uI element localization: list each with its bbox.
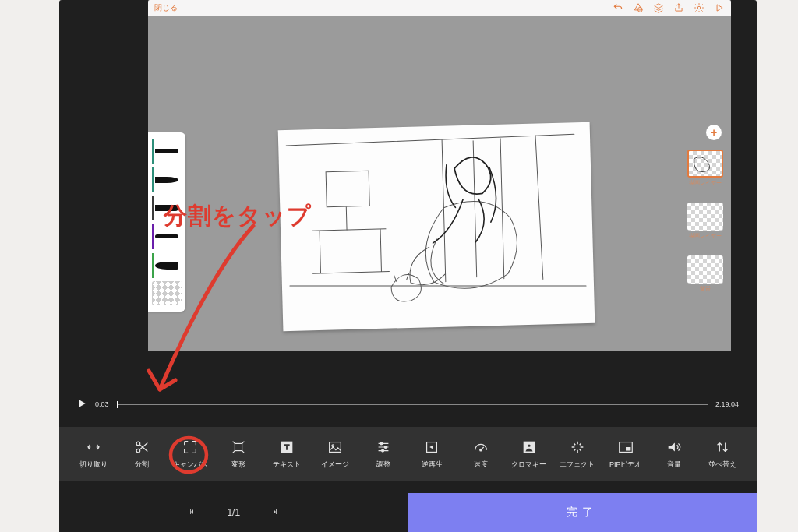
tool-split[interactable]: 分割 [122, 439, 162, 470]
undo-icon[interactable] [613, 2, 623, 13]
tool-volume[interactable]: 音量 [654, 439, 694, 470]
svg-point-8 [380, 442, 383, 445]
text-icon [278, 439, 295, 456]
svg-point-2 [136, 449, 140, 453]
next-page-button[interactable] [270, 507, 279, 519]
brush-1[interactable] [152, 139, 182, 163]
reverse-icon [423, 439, 440, 456]
reorder-icon [714, 439, 731, 456]
tool-speed[interactable]: 速度 [461, 439, 501, 470]
volume-icon [666, 439, 683, 456]
play-button[interactable] [76, 398, 87, 410]
gauge-icon [472, 439, 489, 456]
person-icon [521, 439, 538, 456]
shape-icon[interactable] [633, 2, 644, 13]
topbar: 閉じる [148, 0, 731, 16]
add-layer-button[interactable]: + [706, 125, 722, 140]
prev-page-button[interactable] [188, 507, 197, 519]
svg-point-9 [385, 446, 387, 449]
pager: 1/1 [59, 493, 408, 532]
svg-point-3 [136, 442, 140, 446]
brush-4[interactable] [152, 224, 182, 248]
svg-point-1 [697, 6, 701, 9]
brush-panel [148, 132, 185, 312]
svg-point-10 [382, 449, 384, 452]
timeline-current: 0:03 [95, 400, 109, 408]
page-counter: 1/1 [227, 507, 240, 518]
tool-canvas[interactable]: キャンバス [170, 439, 210, 470]
timeline-total: 2:19:04 [715, 400, 739, 408]
svg-point-14 [527, 444, 531, 448]
layer-thumb-2[interactable]: 描画レイヤー [687, 203, 723, 240]
share-icon[interactable] [673, 2, 684, 13]
svg-point-7 [332, 445, 334, 447]
close-button[interactable]: 閉じる [154, 2, 178, 13]
svg-point-12 [479, 449, 482, 451]
timeline: 0:03 2:19:04 [76, 393, 739, 416]
layer-label: 描画レイヤー [687, 232, 723, 240]
gear-icon[interactable] [694, 2, 704, 13]
play-outline-icon[interactable] [714, 2, 725, 13]
tool-image[interactable]: イメージ [315, 439, 355, 470]
layer-thumb-1[interactable]: 描画レイヤー [687, 150, 723, 187]
layers-icon[interactable] [653, 2, 664, 13]
crop-icon [85, 439, 102, 456]
canvas-area: + 描画レイヤー 描画レイヤー 背景 [148, 16, 731, 351]
svg-rect-17 [190, 509, 191, 514]
svg-rect-18 [276, 509, 277, 514]
layer-thumb-3[interactable]: 背景 [687, 255, 723, 293]
timeline-track[interactable] [117, 404, 708, 405]
tool-effect[interactable]: エフェクト [557, 439, 598, 470]
bottom-bar: 1/1 完了 [59, 493, 757, 532]
scissors-icon [133, 439, 150, 456]
done-button[interactable]: 完了 [408, 493, 757, 532]
tool-transform[interactable]: 変形 [218, 439, 259, 470]
drawing-canvas[interactable] [278, 122, 595, 331]
pip-icon [617, 439, 634, 456]
brush-transparency[interactable] [152, 281, 182, 305]
sliders-icon [375, 439, 392, 456]
canvas-icon [182, 439, 199, 456]
tool-row: 切り取り 分割 キャンバス 変形 テキスト イメージ 調整 逆再生 [59, 427, 757, 481]
brush-5[interactable] [152, 253, 182, 277]
image-icon [327, 439, 344, 456]
tool-reorder[interactable]: 並べ替え [702, 439, 743, 470]
brush-3[interactable] [152, 196, 182, 220]
sparkle-icon [569, 439, 586, 456]
tool-chroma[interactable]: クロマキー [509, 439, 549, 470]
layer-label: 描画レイヤー [687, 179, 723, 187]
tool-reverse[interactable]: 逆再生 [411, 439, 452, 470]
tool-adjust[interactable]: 調整 [363, 439, 404, 470]
svg-rect-6 [330, 442, 341, 453]
transform-icon [230, 439, 247, 456]
timeline-handle[interactable] [117, 401, 118, 408]
brush-2[interactable] [152, 167, 182, 192]
app-frame: 閉じる [59, 0, 757, 532]
tool-crop[interactable]: 切り取り [73, 439, 114, 470]
svg-rect-4 [235, 443, 242, 450]
svg-rect-16 [626, 447, 630, 451]
tool-text[interactable]: テキスト [267, 439, 307, 470]
layer-label: 背景 [687, 285, 723, 293]
tool-pip[interactable]: PIPビデオ [606, 439, 646, 470]
